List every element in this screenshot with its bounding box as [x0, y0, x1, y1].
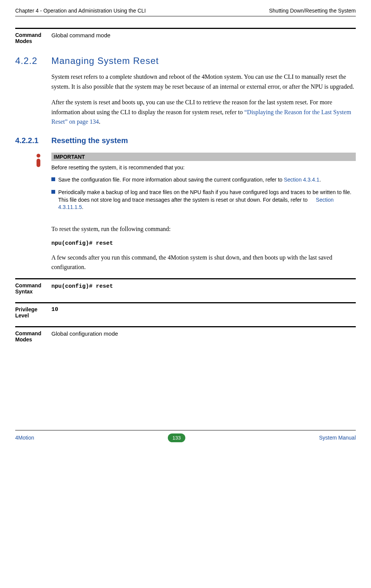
- privilege-level-label: Privilege Level: [15, 306, 51, 319]
- command-syntax-value: npu(config)# reset: [51, 283, 113, 290]
- section-number: 4.2.2: [15, 56, 51, 66]
- header-right: Shutting Down/Resetting the System: [269, 8, 356, 14]
- paragraph: To reset the system, run the following c…: [51, 224, 356, 234]
- section-title: Managing System Reset: [51, 56, 159, 66]
- bullet-icon: [51, 190, 55, 194]
- footer-left: 4Motion: [15, 435, 34, 441]
- page-number-badge: 133: [168, 433, 185, 442]
- svg-rect-1: [37, 159, 40, 167]
- command-syntax-label: Command Syntax: [15, 282, 51, 295]
- list-item-text: .: [82, 204, 83, 210]
- svg-point-0: [37, 154, 40, 158]
- page-header: Chapter 4 - Operation and Administration…: [15, 8, 356, 16]
- command-modes-label: Command Modes: [15, 330, 51, 343]
- important-callout: IMPORTANT Before resetting the system, i…: [34, 153, 356, 217]
- list-item-text: Save the configuration file. For more in…: [58, 177, 284, 183]
- list-item-text: .: [319, 177, 321, 183]
- paragraph: System reset refers to a complete shutdo…: [51, 72, 356, 91]
- privilege-level-value: 10: [51, 306, 58, 319]
- paragraph: A few seconds after you run this command…: [51, 253, 356, 272]
- command-syntax-block: Command Syntax npu(config)# reset: [15, 278, 356, 295]
- footer-right: System Manual: [319, 435, 356, 441]
- info-icon: [34, 153, 51, 217]
- paragraph: After the system is reset and boots up, …: [51, 97, 356, 127]
- subsection-heading: 4.2.2.1 Resetting the system: [15, 136, 356, 145]
- section-heading: 4.2.2 Managing System Reset: [15, 56, 356, 66]
- paragraph-text: .: [99, 118, 100, 125]
- page-footer: 4Motion 133 System Manual: [15, 430, 356, 442]
- command-modes-label: Command Modes: [15, 32, 51, 44]
- list-item: Save the configuration file. For more in…: [51, 176, 356, 184]
- important-intro: Before resetting the system, it is recom…: [51, 164, 356, 172]
- subsection-number: 4.2.2.1: [15, 136, 51, 145]
- command-example: npu(config)# reset: [51, 240, 356, 247]
- list-item: Periodically make a backup of log and tr…: [51, 189, 356, 211]
- command-modes-value: Global command mode: [51, 32, 110, 44]
- bullet-icon: [51, 177, 55, 181]
- header-left: Chapter 4 - Operation and Administration…: [15, 8, 146, 14]
- list-item-text: Periodically make a backup of log and tr…: [58, 189, 351, 203]
- subsection-title: Resetting the system: [51, 136, 128, 145]
- command-modes-value: Global configuration mode: [51, 330, 118, 343]
- important-header: IMPORTANT: [51, 153, 356, 161]
- cross-reference-link[interactable]: Section 4.3.4.1: [284, 177, 319, 183]
- command-modes-block-top: Command Modes Global command mode: [15, 28, 356, 44]
- privilege-level-block: Privilege Level 10: [15, 302, 356, 319]
- command-modes-block-bottom: Command Modes Global configuration mode: [15, 326, 356, 343]
